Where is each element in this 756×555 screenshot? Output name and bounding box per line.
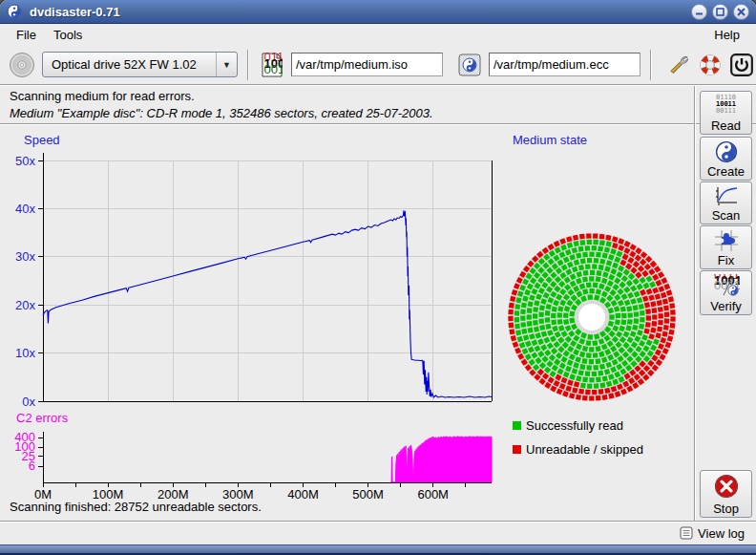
disc-sector-cell bbox=[587, 294, 593, 300]
disc-sector-cell bbox=[602, 395, 608, 400]
x-axis-tick-label: 500M bbox=[352, 487, 384, 502]
legend-good-swatch bbox=[513, 421, 521, 430]
x-axis-tick-label: 600M bbox=[417, 487, 449, 502]
speed-series-line bbox=[43, 210, 492, 397]
scan-button[interactable]: Scan bbox=[700, 181, 752, 224]
create-icon bbox=[715, 140, 738, 163]
disc-sector-cell bbox=[534, 327, 539, 332]
disc-sector-cell bbox=[582, 358, 588, 364]
disc-sector-cell bbox=[580, 383, 586, 389]
menu-file[interactable]: File bbox=[8, 26, 45, 44]
optical-drive-icon bbox=[8, 51, 36, 79]
disc-sector-cell bbox=[596, 252, 601, 258]
disc-sector-cell bbox=[586, 340, 592, 346]
disc-sector-cell bbox=[582, 276, 588, 282]
disc-sector-cell bbox=[569, 318, 575, 324]
disc-sector-cell bbox=[578, 389, 584, 395]
maximize-button[interactable] bbox=[712, 4, 728, 20]
disc-sector-cell bbox=[545, 324, 551, 330]
disc-sector-cell bbox=[582, 377, 588, 383]
wrench-icon bbox=[666, 53, 691, 77]
disc-sector-cell bbox=[602, 253, 608, 259]
menu-tools[interactable]: Tools bbox=[45, 26, 91, 44]
read-icon: 01110 10011 00111 bbox=[716, 95, 736, 115]
status-line-medium: Medium "Example disc": CD-R mode 1, 3524… bbox=[10, 105, 433, 122]
minimize-icon bbox=[695, 8, 704, 16]
create-button-label: Create bbox=[707, 164, 745, 179]
charts-canvas: Speed Medium state C2 errors 0x10x20x30x… bbox=[0, 125, 694, 521]
disc-sector-cell bbox=[615, 319, 620, 325]
disc-sector-cell bbox=[528, 328, 534, 333]
c2-errors-title: C2 errors bbox=[16, 411, 69, 425]
lifesaver-icon bbox=[698, 53, 723, 77]
disc-sector-cell bbox=[599, 382, 605, 388]
disc-sector-cell bbox=[593, 240, 598, 245]
disc-sector-cell bbox=[578, 246, 584, 252]
disc-sector-cell bbox=[634, 311, 640, 317]
quit-button[interactable] bbox=[727, 51, 756, 79]
disc-sector-cell bbox=[545, 310, 551, 316]
disc-sector-cell bbox=[585, 390, 590, 395]
disc-sector-cell bbox=[598, 265, 604, 270]
legend-bad-swatch bbox=[513, 445, 521, 454]
disc-sector-cell bbox=[576, 375, 581, 381]
disc-sector-cell bbox=[509, 323, 514, 329]
disc-sector-cell bbox=[627, 319, 633, 325]
disc-sector-cell bbox=[592, 390, 597, 395]
disc-sector-cell bbox=[593, 352, 598, 358]
toolbar: Optical drive 52X FW 1.02 ▼ 011 10011 00… bbox=[0, 45, 756, 84]
disc-sector-cell bbox=[557, 312, 562, 317]
read-button[interactable]: 01110 10011 00111 Read bbox=[700, 91, 752, 135]
disc-sector-cell bbox=[533, 313, 537, 318]
disc-sector-cell bbox=[578, 265, 584, 270]
disc-sector-cell bbox=[533, 320, 538, 326]
drive-selector-value: Optical drive 52X FW 1.02 bbox=[43, 57, 216, 72]
disc-sector-cell bbox=[598, 389, 604, 395]
stop-button[interactable]: Stop bbox=[700, 470, 752, 518]
speed-y-tick-label: 50x bbox=[15, 154, 35, 168]
speed-y-tick-label: 0x bbox=[22, 395, 35, 409]
disc-sector-cell bbox=[668, 330, 674, 335]
disc-sector-cell bbox=[538, 311, 543, 316]
disc-sector-cell bbox=[590, 270, 595, 275]
disc-sector-cell bbox=[521, 302, 527, 308]
disc-sector-cell bbox=[627, 312, 632, 317]
disc-sector-cell bbox=[527, 314, 532, 319]
ecc-path-input[interactable] bbox=[489, 53, 640, 76]
disc-sector-cell bbox=[599, 364, 605, 370]
disc-sector-cell bbox=[596, 377, 601, 383]
disc-sector-cell bbox=[658, 307, 663, 312]
create-button[interactable]: Create bbox=[700, 137, 752, 181]
disc-sector-cell bbox=[521, 329, 527, 334]
disc-sector-cell bbox=[587, 258, 592, 263]
iso-path-input[interactable] bbox=[291, 53, 443, 76]
close-icon bbox=[737, 8, 746, 16]
disc-sector-cell bbox=[585, 245, 591, 251]
disc-sector-cell bbox=[640, 310, 645, 316]
stop-button-label: Stop bbox=[713, 502, 739, 516]
menu-help[interactable]: Help bbox=[705, 26, 748, 44]
titlebar[interactable]: dvdisaster-0.71 bbox=[0, 0, 756, 24]
disc-sector-cell bbox=[605, 235, 611, 241]
disc-sector-cell bbox=[586, 365, 591, 370]
disc-sector-cell bbox=[594, 258, 599, 264]
minimize-button[interactable] bbox=[691, 4, 707, 20]
preferences-button[interactable] bbox=[664, 51, 693, 79]
x-axis-tick-label: 400M bbox=[287, 487, 319, 502]
disc-sector-cell bbox=[595, 358, 600, 364]
speed-y-tick-label: 10x bbox=[15, 346, 35, 360]
disc-sector-cell bbox=[645, 309, 651, 314]
disc-sector-cell bbox=[557, 319, 563, 325]
window-bottom-border[interactable] bbox=[0, 544, 756, 555]
help-button[interactable] bbox=[696, 51, 724, 79]
drive-selector[interactable]: Optical drive 52X FW 1.02 ▼ bbox=[42, 52, 238, 77]
fix-button[interactable]: Fix bbox=[700, 225, 752, 269]
disc-sector-cell bbox=[663, 325, 669, 331]
disc-sector-cell bbox=[533, 307, 538, 312]
close-button[interactable] bbox=[733, 4, 749, 20]
verify-button[interactable]: 01110 10011 00111 Verify bbox=[700, 270, 752, 315]
disc-sector-cell bbox=[573, 235, 578, 241]
disc-sector-cell bbox=[589, 276, 594, 281]
view-log-button[interactable]: View log bbox=[676, 524, 748, 543]
ecc-file-icon bbox=[456, 51, 483, 79]
